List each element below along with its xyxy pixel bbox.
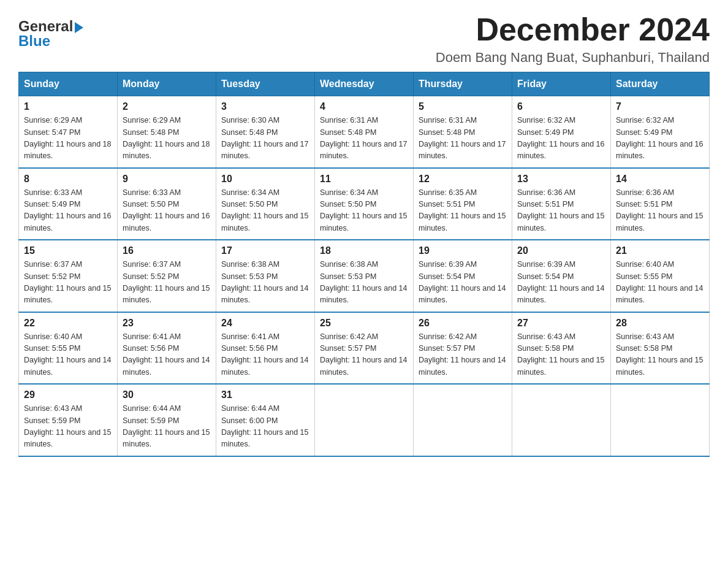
day-info: Sunrise: 6:32 AM Sunset: 5:49 PM Dayligh… xyxy=(616,115,704,163)
day-info: Sunrise: 6:42 AM Sunset: 5:57 PM Dayligh… xyxy=(419,331,507,379)
day-number: 11 xyxy=(320,174,408,185)
weekday-header-thursday: Thursday xyxy=(414,72,512,96)
day-number: 21 xyxy=(616,245,704,256)
weekday-header-saturday: Saturday xyxy=(611,72,710,96)
calendar-cell: 6 Sunrise: 6:32 AM Sunset: 5:49 PM Dayli… xyxy=(512,96,611,168)
day-info: Sunrise: 6:35 AM Sunset: 5:51 PM Dayligh… xyxy=(419,187,507,235)
day-info: Sunrise: 6:40 AM Sunset: 5:55 PM Dayligh… xyxy=(616,259,704,307)
calendar-cell: 24 Sunrise: 6:41 AM Sunset: 5:56 PM Dayl… xyxy=(216,312,315,385)
day-number: 10 xyxy=(221,174,309,185)
day-number: 16 xyxy=(123,245,211,256)
day-info: Sunrise: 6:38 AM Sunset: 5:53 PM Dayligh… xyxy=(221,259,309,307)
day-info: Sunrise: 6:34 AM Sunset: 5:50 PM Dayligh… xyxy=(320,187,408,235)
calendar-cell: 14 Sunrise: 6:36 AM Sunset: 5:51 PM Dayl… xyxy=(611,168,710,240)
logo: General Blue xyxy=(18,18,83,50)
day-number: 23 xyxy=(123,318,211,329)
day-info: Sunrise: 6:42 AM Sunset: 5:57 PM Dayligh… xyxy=(320,331,408,379)
day-info: Sunrise: 6:38 AM Sunset: 5:53 PM Dayligh… xyxy=(320,259,408,307)
day-number: 8 xyxy=(24,174,112,185)
week-row-2: 8 Sunrise: 6:33 AM Sunset: 5:49 PM Dayli… xyxy=(19,168,710,240)
calendar-cell: 12 Sunrise: 6:35 AM Sunset: 5:51 PM Dayl… xyxy=(414,168,512,240)
day-number: 14 xyxy=(616,174,704,185)
day-info: Sunrise: 6:30 AM Sunset: 5:48 PM Dayligh… xyxy=(221,115,309,163)
day-info: Sunrise: 6:39 AM Sunset: 5:54 PM Dayligh… xyxy=(419,259,507,307)
calendar-cell: 16 Sunrise: 6:37 AM Sunset: 5:52 PM Dayl… xyxy=(118,240,216,312)
day-number: 27 xyxy=(517,318,605,329)
week-row-5: 29 Sunrise: 6:43 AM Sunset: 5:59 PM Dayl… xyxy=(19,384,710,456)
calendar-cell: 19 Sunrise: 6:39 AM Sunset: 5:54 PM Dayl… xyxy=(414,240,512,312)
day-number: 7 xyxy=(616,101,704,112)
weekday-header-row: SundayMondayTuesdayWednesdayThursdayFrid… xyxy=(19,72,710,96)
calendar-cell xyxy=(512,384,611,456)
day-info: Sunrise: 6:36 AM Sunset: 5:51 PM Dayligh… xyxy=(517,187,605,235)
calendar-cell: 4 Sunrise: 6:31 AM Sunset: 5:48 PM Dayli… xyxy=(315,96,414,168)
day-info: Sunrise: 6:36 AM Sunset: 5:51 PM Dayligh… xyxy=(616,187,704,235)
calendar-cell xyxy=(315,384,414,456)
day-info: Sunrise: 6:29 AM Sunset: 5:48 PM Dayligh… xyxy=(123,115,211,163)
weekday-header-sunday: Sunday xyxy=(19,72,118,96)
calendar-cell: 27 Sunrise: 6:43 AM Sunset: 5:58 PM Dayl… xyxy=(512,312,611,385)
calendar-table: SundayMondayTuesdayWednesdayThursdayFrid… xyxy=(18,72,710,457)
location-title: Doem Bang Nang Buat, Suphanburi, Thailan… xyxy=(436,50,710,66)
day-number: 31 xyxy=(221,389,309,400)
day-info: Sunrise: 6:37 AM Sunset: 5:52 PM Dayligh… xyxy=(123,259,211,307)
day-number: 5 xyxy=(419,101,507,112)
day-info: Sunrise: 6:41 AM Sunset: 5:56 PM Dayligh… xyxy=(123,331,211,379)
calendar-cell: 21 Sunrise: 6:40 AM Sunset: 5:55 PM Dayl… xyxy=(611,240,710,312)
day-number: 12 xyxy=(419,174,507,185)
day-number: 24 xyxy=(221,318,309,329)
weekday-header-monday: Monday xyxy=(118,72,216,96)
header: General Blue December 2024 Doem Bang Nan… xyxy=(18,12,710,66)
day-number: 1 xyxy=(24,101,112,112)
day-info: Sunrise: 6:31 AM Sunset: 5:48 PM Dayligh… xyxy=(419,115,507,163)
calendar-cell: 5 Sunrise: 6:31 AM Sunset: 5:48 PM Dayli… xyxy=(414,96,512,168)
calendar-cell: 22 Sunrise: 6:40 AM Sunset: 5:55 PM Dayl… xyxy=(19,312,118,385)
calendar-cell: 10 Sunrise: 6:34 AM Sunset: 5:50 PM Dayl… xyxy=(216,168,315,240)
day-number: 13 xyxy=(517,174,605,185)
day-info: Sunrise: 6:40 AM Sunset: 5:55 PM Dayligh… xyxy=(24,331,112,379)
day-number: 17 xyxy=(221,245,309,256)
day-number: 18 xyxy=(320,245,408,256)
month-title: December 2024 xyxy=(436,12,710,47)
calendar-cell: 8 Sunrise: 6:33 AM Sunset: 5:49 PM Dayli… xyxy=(19,168,118,240)
day-number: 9 xyxy=(123,174,211,185)
calendar-cell: 13 Sunrise: 6:36 AM Sunset: 5:51 PM Dayl… xyxy=(512,168,611,240)
logo-blue: Blue xyxy=(18,33,83,49)
week-row-4: 22 Sunrise: 6:40 AM Sunset: 5:55 PM Dayl… xyxy=(19,312,710,385)
day-info: Sunrise: 6:33 AM Sunset: 5:49 PM Dayligh… xyxy=(24,187,112,235)
day-number: 3 xyxy=(221,101,309,112)
weekday-header-wednesday: Wednesday xyxy=(315,72,414,96)
calendar-cell: 11 Sunrise: 6:34 AM Sunset: 5:50 PM Dayl… xyxy=(315,168,414,240)
calendar-cell: 23 Sunrise: 6:41 AM Sunset: 5:56 PM Dayl… xyxy=(118,312,216,385)
week-row-3: 15 Sunrise: 6:37 AM Sunset: 5:52 PM Dayl… xyxy=(19,240,710,312)
calendar-cell: 7 Sunrise: 6:32 AM Sunset: 5:49 PM Dayli… xyxy=(611,96,710,168)
calendar-cell: 26 Sunrise: 6:42 AM Sunset: 5:57 PM Dayl… xyxy=(414,312,512,385)
calendar-cell: 1 Sunrise: 6:29 AM Sunset: 5:47 PM Dayli… xyxy=(19,96,118,168)
day-number: 28 xyxy=(616,318,704,329)
weekday-header-friday: Friday xyxy=(512,72,611,96)
calendar-cell: 20 Sunrise: 6:39 AM Sunset: 5:54 PM Dayl… xyxy=(512,240,611,312)
calendar-cell: 31 Sunrise: 6:44 AM Sunset: 6:00 PM Dayl… xyxy=(216,384,315,456)
calendar-cell: 17 Sunrise: 6:38 AM Sunset: 5:53 PM Dayl… xyxy=(216,240,315,312)
day-number: 20 xyxy=(517,245,605,256)
calendar-cell: 25 Sunrise: 6:42 AM Sunset: 5:57 PM Dayl… xyxy=(315,312,414,385)
day-number: 30 xyxy=(123,389,211,400)
day-number: 26 xyxy=(419,318,507,329)
day-info: Sunrise: 6:44 AM Sunset: 6:00 PM Dayligh… xyxy=(221,403,309,451)
day-info: Sunrise: 6:43 AM Sunset: 5:58 PM Dayligh… xyxy=(616,331,704,379)
calendar-cell xyxy=(414,384,512,456)
week-row-1: 1 Sunrise: 6:29 AM Sunset: 5:47 PM Dayli… xyxy=(19,96,710,168)
calendar-cell: 2 Sunrise: 6:29 AM Sunset: 5:48 PM Dayli… xyxy=(118,96,216,168)
day-info: Sunrise: 6:43 AM Sunset: 5:58 PM Dayligh… xyxy=(517,331,605,379)
day-number: 6 xyxy=(517,101,605,112)
weekday-header-tuesday: Tuesday xyxy=(216,72,315,96)
day-info: Sunrise: 6:37 AM Sunset: 5:52 PM Dayligh… xyxy=(24,259,112,307)
day-info: Sunrise: 6:31 AM Sunset: 5:48 PM Dayligh… xyxy=(320,115,408,163)
calendar-cell: 18 Sunrise: 6:38 AM Sunset: 5:53 PM Dayl… xyxy=(315,240,414,312)
day-number: 2 xyxy=(123,101,211,112)
day-number: 25 xyxy=(320,318,408,329)
day-number: 15 xyxy=(24,245,112,256)
calendar-cell: 9 Sunrise: 6:33 AM Sunset: 5:50 PM Dayli… xyxy=(118,168,216,240)
title-area: December 2024 Doem Bang Nang Buat, Supha… xyxy=(436,12,710,66)
day-info: Sunrise: 6:39 AM Sunset: 5:54 PM Dayligh… xyxy=(517,259,605,307)
